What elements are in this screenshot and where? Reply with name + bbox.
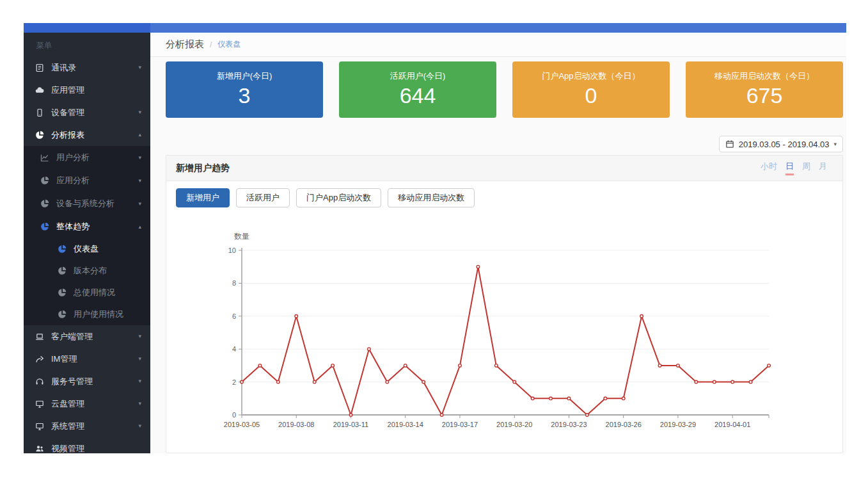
main-area: 分析报表 / 仪表盘 新增用户(今日)3活跃用户(今日)644门户App启动次数… <box>150 33 846 453</box>
series-button-new-users[interactable]: 新增用户 <box>176 188 230 207</box>
sidebar-item-user-usage[interactable]: 用户使用情况 <box>24 303 150 325</box>
period-tab-hour[interactable]: 小时 <box>761 161 777 175</box>
sidebar-item-label: 版本分布 <box>74 265 107 277</box>
trend-chart-svg: 0246810数量2019-03-052019-03-082019-03-112… <box>166 220 842 431</box>
sidebar-item-label: 云盘管理 <box>51 398 84 410</box>
sidebar-item-label: 设备管理 <box>51 107 84 118</box>
series-button-active-users[interactable]: 活跃用户 <box>236 188 290 207</box>
sidebar-item-label: 应用管理 <box>51 85 84 96</box>
stat-card-value: 644 <box>339 83 496 108</box>
series-button-portal-app-launches[interactable]: 门户App启动次数 <box>296 188 381 207</box>
period-tab-day[interactable]: 日 <box>785 161 794 175</box>
series-button-mobile-app-launches[interactable]: 移动应用启动次数 <box>388 188 475 207</box>
sidebar-item-app-management[interactable]: 应用管理 <box>24 79 150 101</box>
sidebar: 菜单 通讯录▾应用管理设备管理▾分析报表▴用户分析▾应用分析▾设备与系统分析▾整… <box>24 33 150 453</box>
breadcrumb-current-link[interactable]: 仪表盘 <box>217 39 241 50</box>
sidebar-item-device-system-analysis[interactable]: 设备与系统分析▾ <box>24 192 150 215</box>
period-tabs: 小时日周月 <box>761 161 827 175</box>
stat-card-value: 675 <box>686 83 843 108</box>
trend-panel: 新增用户趋势 小时日周月 新增用户活跃用户门户App启动次数移动应用启动次数 0… <box>166 155 843 453</box>
svg-text:6: 6 <box>232 312 236 320</box>
sidebar-item-overall-trend[interactable]: 整体趋势▴ <box>24 215 150 238</box>
trend-panel-header: 新增用户趋势 小时日周月 <box>166 156 842 181</box>
chevron-up-icon: ▴ <box>138 224 141 230</box>
date-range-picker[interactable]: 2019.03.05 - 2019.04.03 ▾ <box>719 136 843 152</box>
sidebar-item-label: 仪表盘 <box>74 243 99 255</box>
svg-text:2019-03-26: 2019-03-26 <box>606 421 642 428</box>
pie-chart-icon <box>40 222 49 231</box>
svg-text:2019-04-01: 2019-04-01 <box>714 421 750 428</box>
calendar-icon <box>725 140 734 149</box>
sidebar-item-label: IM管理 <box>51 353 77 365</box>
chevron-down-icon: ▾ <box>138 356 141 362</box>
trend-panel-body: 新增用户活跃用户门户App启动次数移动应用启动次数 0246810数量2019-… <box>166 188 842 431</box>
toolbar-row: 2019.03.05 - 2019.04.03 ▾ <box>166 136 843 152</box>
svg-text:10: 10 <box>228 247 236 254</box>
page: 菜单 通讯录▾应用管理设备管理▾分析报表▴用户分析▾应用分析▾设备与系统分析▾整… <box>0 0 868 477</box>
stat-cards-row: 新增用户(今日)3活跃用户(今日)644门户App启动次数（今日）0移动应用启动… <box>166 61 843 118</box>
svg-text:2019-03-17: 2019-03-17 <box>442 421 478 428</box>
svg-text:2: 2 <box>232 378 236 386</box>
sidebar-item-label: 整体趋势 <box>56 221 90 232</box>
sidebar-item-device-management[interactable]: 设备管理▾ <box>24 101 150 124</box>
svg-text:2019-03-23: 2019-03-23 <box>551 421 587 428</box>
chevron-up-icon: ▴ <box>138 132 141 138</box>
sidebar-menu: 通讯录▾应用管理设备管理▾分析报表▴用户分析▾应用分析▾设备与系统分析▾整体趋势… <box>24 56 150 453</box>
breadcrumb-parent-link[interactable]: 分析报表 <box>166 38 204 51</box>
pie-chart-icon <box>58 288 67 297</box>
svg-text:2019-03-11: 2019-03-11 <box>333 421 368 428</box>
breadcrumb-separator: / <box>210 40 212 49</box>
sidebar-item-cloud-drive-management[interactable]: 云盘管理▾ <box>24 392 150 415</box>
laptop-icon <box>35 332 44 341</box>
users-icon <box>35 444 44 453</box>
pie-chart-icon <box>58 310 67 319</box>
sidebar-item-label: 服务号管理 <box>51 376 93 387</box>
sidebar-item-user-analysis[interactable]: 用户分析▾ <box>24 146 150 169</box>
series-buttons-row: 新增用户活跃用户门户App启动次数移动应用启动次数 <box>176 188 842 207</box>
app-window: 菜单 通讯录▾应用管理设备管理▾分析报表▴用户分析▾应用分析▾设备与系统分析▾整… <box>24 23 846 453</box>
pie-chart-icon <box>40 199 49 208</box>
period-tab-month[interactable]: 月 <box>819 161 827 175</box>
sidebar-item-label: 用户分析 <box>56 152 90 163</box>
pie-chart-icon <box>35 131 44 140</box>
sidebar-item-app-analysis[interactable]: 应用分析▾ <box>24 169 150 192</box>
sidebar-item-label: 设备与系统分析 <box>56 198 114 209</box>
pie-chart-icon <box>40 176 49 185</box>
svg-text:2019-03-08: 2019-03-08 <box>278 421 314 428</box>
line-chart-icon <box>40 153 49 162</box>
chevron-down-icon: ▾ <box>138 65 141 70</box>
sidebar-item-dashboard[interactable]: 仪表盘 <box>24 238 150 260</box>
date-range-value: 2019.03.05 - 2019.04.03 <box>739 140 830 149</box>
pie-chart-icon <box>58 266 67 275</box>
sidebar-item-service-account-management[interactable]: 服务号管理▾ <box>24 370 150 392</box>
chevron-down-icon: ▾ <box>138 155 141 161</box>
sidebar-item-im-management[interactable]: IM管理▾ <box>24 348 150 370</box>
stat-card-value: 0 <box>512 83 670 108</box>
chevron-down-icon: ▾ <box>138 423 141 429</box>
stat-card-new-users-today: 新增用户(今日)3 <box>166 61 323 118</box>
sidebar-item-analytics-reports[interactable]: 分析报表▴ <box>24 124 150 146</box>
svg-text:数量: 数量 <box>234 232 249 241</box>
sidebar-item-system-management[interactable]: 系统管理▾ <box>24 415 150 437</box>
svg-text:8: 8 <box>232 279 236 287</box>
sidebar-item-total-usage[interactable]: 总使用情况 <box>24 282 150 303</box>
trend-line-chart[interactable]: 0246810数量2019-03-052019-03-082019-03-112… <box>166 220 842 431</box>
svg-text:2019-03-05: 2019-03-05 <box>224 421 260 428</box>
mobile-icon <box>35 108 44 117</box>
sidebar-item-video-management[interactable]: 视频管理 <box>24 437 150 453</box>
sidebar-item-label: 视频管理 <box>51 443 84 454</box>
sidebar-item-label: 客户端管理 <box>51 331 93 343</box>
sidebar-item-client-management[interactable]: 客户端管理▾ <box>24 325 150 348</box>
sidebar-item-contacts[interactable]: 通讯录▾ <box>24 56 150 79</box>
sidebar-menu-label: 菜单 <box>24 33 150 56</box>
chevron-down-icon: ▾ <box>138 378 141 384</box>
chevron-down-icon: ▾ <box>138 201 141 207</box>
period-tab-week[interactable]: 周 <box>802 161 810 175</box>
sidebar-item-label: 用户使用情况 <box>74 309 123 320</box>
share-icon <box>35 355 44 364</box>
topbar-left-segment <box>24 23 150 33</box>
panel-title: 新增用户趋势 <box>176 163 230 174</box>
sidebar-item-version-distribution[interactable]: 版本分布 <box>24 260 150 282</box>
chevron-down-icon: ▾ <box>138 401 141 407</box>
headset-icon <box>35 377 44 386</box>
